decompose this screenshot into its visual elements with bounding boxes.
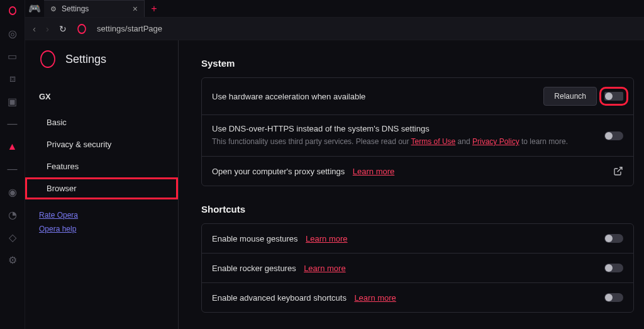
- tab-title: Settings: [62, 4, 89, 13]
- back-button[interactable]: ‹: [33, 23, 36, 34]
- gear-icon: ⚙: [50, 5, 57, 13]
- cpu-icon[interactable]: ▣: [7, 96, 18, 107]
- target-icon[interactable]: ◎: [7, 28, 18, 39]
- nav-item-privacy[interactable]: Privacy & security: [25, 133, 178, 155]
- link-opera-help[interactable]: Opera help: [39, 225, 164, 233]
- opera-logo-icon[interactable]: [7, 5, 18, 16]
- row-proxy[interactable]: Open your computer's proxy settings Lear…: [202, 157, 633, 186]
- nav-item-basic[interactable]: Basic: [25, 111, 178, 133]
- url-text[interactable]: settings/startPage: [97, 24, 162, 33]
- nav-area: GX Basic Privacy & security Features Bro…: [25, 74, 178, 329]
- link-rocker-learn[interactable]: Learn more: [304, 264, 345, 273]
- link-terms[interactable]: Terms of Use: [411, 137, 456, 146]
- twitch-icon[interactable]: ⧈: [7, 73, 18, 84]
- side-rail: ◎ ▭ ⧈ ▣ — ▲ — ◉ ◔ ◇ ⚙: [0, 0, 25, 329]
- toggle-hardware-accel[interactable]: [604, 92, 623, 101]
- link-proxy-learn[interactable]: Learn more: [353, 167, 394, 176]
- tab-strip: 🎮 ⚙ Settings × +: [25, 0, 644, 18]
- play-icon[interactable]: ◉: [7, 186, 18, 198]
- link-keyboard-learn[interactable]: Learn more: [354, 293, 396, 303]
- controller-icon[interactable]: 🎮: [25, 0, 44, 17]
- desc-prefix: This functionality uses third party serv…: [212, 137, 411, 146]
- label-dns: Use DNS-over-HTTPS instead of the system…: [212, 124, 597, 133]
- toolbar: ‹ › ↻ settings/startPage: [25, 18, 644, 40]
- main-area: 🎮 ⚙ Settings × + ‹ › ↻ settings/startPag…: [25, 0, 644, 329]
- toggle-dns[interactable]: [604, 131, 623, 140]
- gear-icon[interactable]: ⚙: [7, 254, 18, 265]
- svg-line-0: [618, 167, 622, 172]
- label-keyboard: Enable advanced keyboard shortcuts: [212, 293, 347, 303]
- opera-o-icon: [77, 24, 86, 34]
- nav-group-title: GX: [25, 92, 178, 111]
- section-title-shortcuts: Shortcuts: [201, 204, 634, 215]
- new-tab-button[interactable]: +: [145, 0, 164, 17]
- row-rocker-gestures: Enable rocker gestures Learn more: [202, 254, 633, 283]
- label-proxy: Open your computer's proxy settings: [212, 167, 345, 176]
- row-mouse-gestures: Enable mouse gestures Learn more: [202, 224, 633, 254]
- close-icon[interactable]: ×: [133, 4, 138, 14]
- desc-and: and: [455, 137, 472, 146]
- shortcuts-group: Enable mouse gestures Learn more Enable …: [201, 223, 634, 313]
- row-hardware-accel: Use hardware acceleration when available…: [202, 78, 633, 115]
- toggle-keyboard[interactable]: [604, 293, 623, 302]
- link-privacy[interactable]: Privacy Policy: [472, 137, 519, 146]
- content: Settings GX Basic Privacy & security Fea…: [25, 40, 644, 329]
- reload-button[interactable]: ↻: [59, 24, 67, 34]
- desc-suffix: to learn more.: [519, 137, 568, 146]
- relaunch-button[interactable]: Relaunch: [543, 87, 597, 106]
- desc-dns: This functionality uses third party serv…: [212, 136, 597, 147]
- page-header: Settings: [25, 40, 178, 74]
- nav-item-browser[interactable]: Browser: [25, 177, 178, 199]
- toggle-mouse[interactable]: [604, 234, 623, 243]
- minus-icon[interactable]: —: [7, 164, 18, 175]
- nav-item-features[interactable]: Features: [25, 155, 178, 177]
- external-link-icon[interactable]: [613, 166, 623, 176]
- link-rate-opera[interactable]: Rate Opera: [39, 211, 164, 220]
- calendar-icon[interactable]: ▭: [7, 50, 18, 62]
- cube-icon[interactable]: ◇: [7, 231, 18, 243]
- label-rocker: Enable rocker gestures: [212, 264, 296, 273]
- label-mouse: Enable mouse gestures: [212, 234, 298, 243]
- section-title-system: System: [201, 58, 634, 69]
- settings-sidebar: Settings GX Basic Privacy & security Fea…: [25, 40, 179, 329]
- settings-body: System Use hardware acceleration when av…: [179, 40, 644, 329]
- toggle-rocker[interactable]: [604, 264, 623, 272]
- flame-icon[interactable]: ▲: [7, 141, 18, 152]
- label-hardware-accel: Use hardware acceleration when available: [212, 92, 536, 101]
- nav-links: Rate Opera Opera help: [25, 199, 178, 233]
- clock-icon[interactable]: ◔: [7, 209, 18, 220]
- forward-button[interactable]: ›: [46, 23, 49, 34]
- row-keyboard-shortcuts: Enable advanced keyboard shortcuts Learn…: [202, 283, 633, 312]
- page-title: Settings: [65, 53, 106, 66]
- system-group: Use hardware acceleration when available…: [201, 77, 634, 186]
- link-mouse-learn[interactable]: Learn more: [306, 234, 347, 243]
- row-dns-over-https: Use DNS-over-HTTPS instead of the system…: [202, 115, 633, 157]
- tab-settings[interactable]: ⚙ Settings ×: [44, 0, 145, 17]
- opera-o-icon: [40, 50, 55, 68]
- minus-icon[interactable]: —: [7, 118, 18, 130]
